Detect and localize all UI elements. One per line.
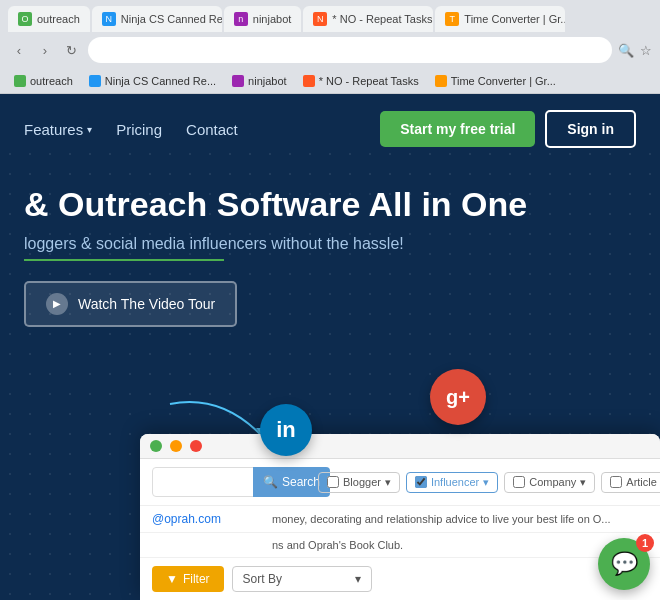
nav-contact[interactable]: Contact [186, 121, 238, 138]
sort-select[interactable]: Sort By ▾ [232, 566, 372, 592]
nav-features[interactable]: Features ▾ [24, 121, 92, 138]
influencer-checkbox[interactable] [415, 476, 427, 488]
start-trial-button[interactable]: Start my free trial [380, 111, 535, 147]
blogger-label: Blogger [343, 476, 381, 488]
dashboard-toolbar: 🔍 Search Blogger ▾ Influencer ▾ Company … [140, 459, 660, 506]
tab-favicon-ninja: N [102, 12, 116, 26]
nav-features-label: Features [24, 121, 83, 138]
linkedin-icon[interactable]: in [260, 404, 312, 456]
bookmark-label-no-repeat: * NO - Repeat Tasks [319, 75, 419, 87]
bookmark-favicon-time-converter [435, 75, 447, 87]
chevron-down-icon: ▾ [483, 476, 489, 489]
bookmark-label-time-converter: Time Converter | Gr... [451, 75, 556, 87]
signin-button[interactable]: Sign in [545, 110, 636, 148]
influencer-label: Influencer [431, 476, 479, 488]
tab-label-no-repeat: * NO - Repeat Tasks [332, 13, 432, 25]
bookmark-favicon-ninjabot [232, 75, 244, 87]
bookmark-star-icon[interactable]: ☆ [640, 43, 652, 58]
row-email: @oprah.com [152, 512, 272, 526]
nav-pricing-label: Pricing [116, 121, 162, 138]
chevron-down-icon: ▾ [355, 572, 361, 586]
filter-btn-label: Filter [183, 572, 210, 586]
video-tour-button[interactable]: ▶ Watch The Video Tour [24, 281, 237, 327]
site-navigation: Features ▾ Pricing Contact Start my free… [0, 94, 660, 164]
filter-button[interactable]: ▼ Filter [152, 566, 224, 592]
bookmark-outreach[interactable]: outreach [8, 73, 79, 89]
tab-label-time-converter: Time Converter | Gr... [464, 13, 565, 25]
window-dot-red [190, 440, 202, 452]
filter-sort-row: ▼ Filter Sort By ▾ [140, 558, 660, 600]
omnibox[interactable] [88, 37, 612, 63]
bookmark-label-outreach: outreach [30, 75, 73, 87]
tab-ninja[interactable]: N Ninja CS Canned Re... [92, 6, 222, 32]
nav-cta-area: Start my free trial Sign in [380, 110, 636, 148]
search-input[interactable] [153, 475, 253, 489]
reload-button[interactable]: ↻ [60, 39, 82, 61]
tab-ninjabot[interactable]: n ninjabot [224, 6, 302, 32]
linkedin-letter: in [276, 417, 296, 443]
search-icon[interactable]: 🔍 [618, 43, 634, 58]
omnibox-bar: ‹ › ↻ 🔍 ☆ [0, 32, 660, 68]
bookmark-bar: outreach Ninja CS Canned Re... ninjabot … [0, 68, 660, 94]
play-icon: ▶ [46, 293, 68, 315]
googleplus-symbol: g+ [446, 386, 470, 409]
company-label: Company [529, 476, 576, 488]
nav-buttons: ‹ › ↻ [8, 39, 82, 61]
video-tour-label: Watch The Video Tour [78, 296, 215, 312]
bookmark-favicon-ninja [89, 75, 101, 87]
tab-favicon-outreach: O [18, 12, 32, 26]
tab-outreach[interactable]: O outreach [8, 6, 90, 32]
bookmark-label-ninjabot: ninjabot [248, 75, 287, 87]
company-checkbox[interactable] [513, 476, 525, 488]
bookmark-label-ninja: Ninja CS Canned Re... [105, 75, 216, 87]
search-box: 🔍 Search [152, 467, 312, 497]
chat-widget[interactable]: 💬 1 [598, 538, 650, 590]
row-description-2: ns and Oprah's Book Club. [272, 539, 648, 551]
filter-icon: ▼ [166, 572, 178, 586]
tab-label-ninjabot: ninjabot [253, 13, 292, 25]
filter-influencer[interactable]: Influencer ▾ [406, 472, 498, 493]
omnibox-action-icons: 🔍 ☆ [618, 43, 652, 58]
bookmark-favicon-outreach [14, 75, 26, 87]
nav-pricing[interactable]: Pricing [116, 121, 162, 138]
nav-contact-label: Contact [186, 121, 238, 138]
filter-article[interactable]: Article ▾ [601, 472, 660, 493]
window-dot-green [150, 440, 162, 452]
search-btn-label: Search [282, 475, 320, 489]
table-row-2: ns and Oprah's Book Club. [140, 533, 660, 558]
back-button[interactable]: ‹ [8, 39, 30, 61]
chevron-down-icon: ▾ [580, 476, 586, 489]
window-dot-orange [170, 440, 182, 452]
dashboard-titlebar [140, 434, 660, 459]
tab-favicon-no-repeat: N [313, 12, 327, 26]
bookmark-no-repeat[interactable]: * NO - Repeat Tasks [297, 73, 425, 89]
chat-icon: 💬 [611, 551, 638, 577]
nav-links: Features ▾ Pricing Contact [24, 121, 380, 138]
chevron-down-icon: ▾ [385, 476, 391, 489]
article-checkbox[interactable] [610, 476, 622, 488]
forward-button[interactable]: › [34, 39, 56, 61]
hero-title: & Outreach Software All in One [24, 184, 636, 225]
table-row: @oprah.com money, decorating and relatio… [140, 506, 660, 533]
article-label: Article [626, 476, 657, 488]
tab-no-repeat[interactable]: N * NO - Repeat Tasks [303, 6, 433, 32]
tab-favicon-time-converter: T [445, 12, 459, 26]
filter-blogger[interactable]: Blogger ▾ [318, 472, 400, 493]
bookmark-ninjabot[interactable]: ninjabot [226, 73, 293, 89]
bookmark-time-converter[interactable]: Time Converter | Gr... [429, 73, 562, 89]
browser-chrome: O outreach N Ninja CS Canned Re... n nin… [0, 0, 660, 94]
sort-label: Sort By [243, 572, 282, 586]
chevron-down-icon: ▾ [87, 124, 92, 135]
blogger-checkbox[interactable] [327, 476, 339, 488]
bookmark-favicon-no-repeat [303, 75, 315, 87]
googleplus-icon[interactable]: g+ [430, 369, 486, 425]
bookmark-ninja[interactable]: Ninja CS Canned Re... [83, 73, 222, 89]
tab-favicon-ninjabot: n [234, 12, 248, 26]
filter-company[interactable]: Company ▾ [504, 472, 595, 493]
tab-label-outreach: outreach [37, 13, 80, 25]
chat-badge: 1 [636, 534, 654, 552]
tab-bar: O outreach N Ninja CS Canned Re... n nin… [0, 0, 660, 32]
hero-underline [24, 259, 224, 261]
tab-time-converter[interactable]: T Time Converter | Gr... [435, 6, 565, 32]
search-icon: 🔍 [263, 475, 278, 489]
